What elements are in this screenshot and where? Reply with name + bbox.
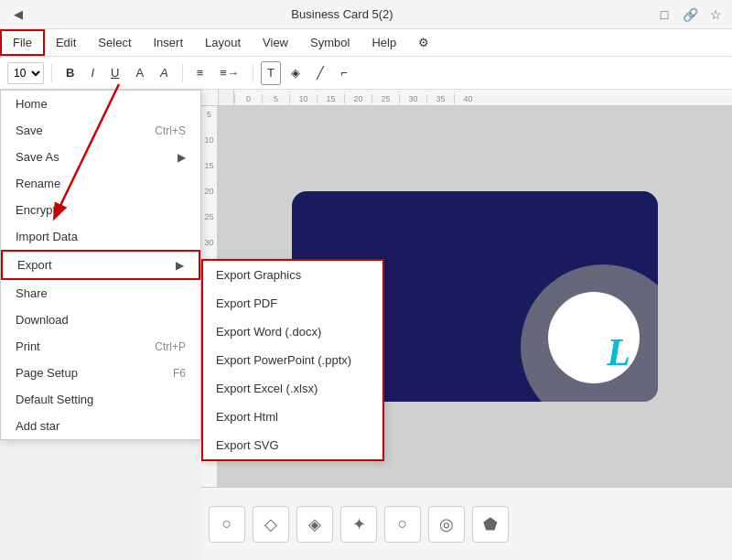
title-bar: ◀ Business Card 5(2) □ 🔗 ☆ [0, 0, 732, 29]
font-color-button[interactable]: A [129, 61, 150, 85]
align-right-button[interactable]: ≡→ [213, 61, 245, 85]
export-html[interactable]: Export Html [203, 403, 382, 431]
toolbar-separator-1 [51, 64, 52, 82]
menu-select[interactable]: Select [87, 29, 142, 56]
toolbar-separator-3 [253, 64, 253, 82]
menu-layout[interactable]: Layout [194, 29, 252, 56]
save-icon[interactable]: □ [655, 5, 673, 24]
corner-button[interactable]: ⌐ [334, 61, 354, 85]
title-bar-icons: □ 🔗 ☆ [655, 5, 725, 24]
ruler-tick-4: 20 [344, 94, 371, 103]
file-menu-save[interactable]: Save Ctrl+S [1, 117, 200, 144]
menu-insert[interactable]: Insert [143, 29, 195, 56]
ruler-tick-3: 15 [317, 94, 344, 103]
export-powerpoint[interactable]: Export PowerPoint (.pptx) [203, 346, 382, 374]
card-logo: L [607, 330, 630, 374]
file-menu-print[interactable]: Print Ctrl+P [1, 333, 200, 360]
font-size-select[interactable]: 10 [7, 62, 44, 84]
export-submenu: Export Graphics Export PDF Export Word (… [201, 259, 384, 461]
shape-circle[interactable]: ○ [209, 506, 245, 543]
ruler-tick-6: 30 [399, 94, 426, 103]
back-button[interactable]: ◀ [7, 4, 29, 26]
menu-symbol[interactable]: Symbol [299, 29, 361, 56]
file-menu-import-data[interactable]: Import Data [1, 223, 200, 250]
ruler-tick-1: 5 [262, 94, 289, 103]
export-graphics[interactable]: Export Graphics [203, 261, 382, 289]
export-svg[interactable]: Export SVG [203, 431, 382, 459]
star-icon[interactable]: ☆ [706, 5, 725, 24]
file-menu-download[interactable]: Download [1, 307, 200, 333]
file-menu-share[interactable]: Share [1, 280, 200, 307]
file-menu-add-star[interactable]: Add star [1, 413, 200, 439]
file-menu-page-setup[interactable]: Page Setup F6 [1, 360, 200, 386]
underline-button[interactable]: U [104, 61, 125, 85]
main-area: Home Save Ctrl+S Save As ▶ Rename Encryp… [0, 90, 732, 560]
ruler-tick-7: 35 [426, 94, 454, 103]
toolbar-separator-2 [182, 64, 183, 82]
textbox-button[interactable]: T [261, 61, 281, 85]
file-menu-export[interactable]: Export ▶ [1, 250, 200, 280]
toolbar: 10 B I U A A ≡ ≡→ T ◈ ╱ ⌐ [0, 57, 732, 90]
share-icon[interactable]: 🔗 [681, 5, 699, 24]
align-left-button[interactable]: ≡ [190, 61, 210, 85]
ruler-tick-8: 40 [454, 94, 481, 103]
menu-view[interactable]: View [252, 29, 299, 56]
file-menu-default-setting[interactable]: Default Setting [1, 386, 200, 413]
menu-file[interactable]: File [0, 29, 45, 56]
shape-double-ring[interactable]: ◎ [428, 506, 465, 543]
ruler-tick-0: 0 [234, 94, 262, 103]
shape-panel: ○ ◇ ◈ ✦ ○ ◎ ⬟ [201, 487, 732, 560]
shape-cross-circle[interactable]: ◈ [296, 506, 333, 543]
bold-button[interactable]: B [59, 61, 81, 85]
menu-help[interactable]: Help [361, 29, 407, 56]
line-button[interactable]: ╱ [310, 61, 330, 85]
file-menu-dropdown: Home Save Ctrl+S Save As ▶ Rename Encryp… [0, 90, 201, 440]
shape-ring[interactable]: ○ [384, 506, 421, 543]
export-excel[interactable]: Export Excel (.xlsx) [203, 374, 382, 403]
export-word[interactable]: Export Word (.docx) [203, 318, 382, 346]
ruler-tick-2: 10 [289, 94, 317, 103]
shape-pentagon[interactable]: ⬟ [472, 506, 509, 543]
file-menu-save-as[interactable]: Save As ▶ [1, 144, 200, 170]
menu-bar: File Edit Select Insert Layout View Symb… [0, 29, 732, 57]
file-menu-rename[interactable]: Rename [1, 170, 200, 197]
shape-diamond[interactable]: ◇ [253, 506, 289, 543]
export-pdf[interactable]: Export PDF [203, 289, 382, 318]
file-menu-encrypt[interactable]: Encrypt [1, 197, 200, 223]
file-menu-home[interactable]: Home [1, 91, 200, 117]
shape-star[interactable]: ✦ [340, 506, 377, 543]
window-title: Business Card 5(2) [29, 7, 655, 21]
font-style-button[interactable]: A [154, 61, 175, 85]
menu-edit[interactable]: Edit [45, 29, 87, 56]
italic-button[interactable]: I [84, 61, 101, 85]
ruler-top: 0 5 10 15 20 25 30 35 40 [201, 90, 732, 106]
fill-button[interactable]: ◈ [285, 61, 307, 85]
menu-settings[interactable]: ⚙ [407, 29, 440, 56]
ruler-tick-5: 25 [371, 94, 399, 103]
